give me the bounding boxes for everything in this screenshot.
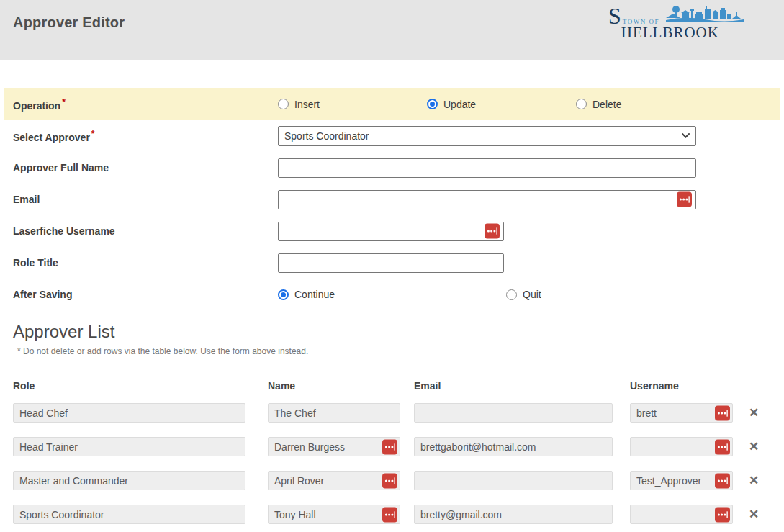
role-cell-input[interactable] (13, 403, 245, 423)
role-cell-input[interactable] (13, 437, 245, 456)
logo-initial: S (608, 4, 621, 27)
operation-radio-group: Insert Update Delete (278, 99, 725, 110)
page-header: Approver Editor S TOWN OF HELLBROOK (0, 0, 784, 60)
email-cell-input[interactable] (414, 505, 613, 524)
approver-list-note: * Do not delete or add rows via the tabl… (17, 346, 784, 356)
laserfiche-username-label: Laserfiche Username (13, 225, 278, 237)
role-cell-input[interactable] (13, 471, 245, 490)
select-approver-label: Select Approver* (13, 129, 278, 143)
page-title: Approver Editor (13, 14, 125, 31)
logo-wordmark: S TOWN OF HELLBROOK (608, 4, 719, 40)
role-title-label: Role Title (13, 257, 278, 269)
radio-continue-label: Continue (294, 289, 335, 300)
lastpass-autofill-icon[interactable] (715, 473, 730, 488)
email-input[interactable] (278, 190, 696, 209)
role-title-row: Role Title (0, 247, 784, 279)
email-cell-input[interactable] (414, 403, 613, 423)
email-cell-input[interactable] (414, 437, 613, 456)
table-row: ✕ (0, 437, 784, 456)
lastpass-autofill-icon[interactable] (382, 439, 397, 454)
delete-row-button[interactable]: ✕ (749, 508, 759, 520)
delete-row-button[interactable]: ✕ (749, 474, 759, 487)
shellbrook-logo: S TOWN OF HELLBROOK (608, 3, 745, 46)
lastpass-autofill-icon[interactable] (382, 473, 397, 488)
delete-row-button[interactable]: ✕ (749, 441, 759, 453)
select-approver-row: Select Approver* Sports Coordinator (0, 120, 784, 152)
radio-circle-icon[interactable] (427, 99, 438, 109)
table-header-row: Role Name Email Username (0, 380, 784, 392)
lastpass-autofill-icon[interactable] (715, 507, 730, 522)
lastpass-autofill-icon[interactable] (382, 507, 397, 522)
lastpass-autofill-icon[interactable] (485, 224, 500, 239)
delete-row-button[interactable]: ✕ (749, 407, 759, 419)
operation-label: Operation* (13, 97, 278, 112)
lastpass-autofill-icon[interactable] (677, 192, 692, 207)
radio-quit[interactable]: Quit (506, 289, 541, 300)
column-header-name: Name (268, 380, 400, 392)
role-title-input[interactable] (278, 253, 504, 273)
name-cell-input[interactable] (268, 505, 400, 524)
logo-name: HELLBROOK (621, 25, 719, 40)
radio-insert-label: Insert (294, 99, 320, 110)
email-row: Email (0, 184, 784, 215)
email-label: Email (13, 194, 278, 205)
lastpass-autofill-icon[interactable] (715, 439, 730, 454)
approver-list-header: Approver List * Do not delete or add row… (0, 322, 784, 364)
after-saving-row: After Saving Continue Quit (0, 279, 784, 310)
laserfiche-username-input[interactable] (278, 222, 504, 241)
full-name-row: Approver Full Name (0, 152, 784, 184)
approver-list-title: Approver List (13, 322, 784, 342)
role-cell-input[interactable] (13, 505, 245, 524)
name-cell-input[interactable] (268, 471, 400, 490)
full-name-label: Approver Full Name (13, 162, 278, 173)
select-approver-dropdown[interactable]: Sports Coordinator (278, 126, 696, 146)
radio-circle-icon[interactable] (576, 99, 587, 109)
radio-quit-label: Quit (523, 289, 541, 300)
lastpass-autofill-icon[interactable] (715, 405, 730, 420)
column-header-role: Role (13, 380, 245, 392)
radio-circle-icon[interactable] (506, 289, 517, 300)
required-asterisk: * (62, 97, 66, 107)
operation-row: Operation* Insert Update Delete (4, 88, 780, 120)
table-row: ✕ (0, 403, 784, 423)
radio-insert[interactable]: Insert (278, 99, 427, 110)
after-saving-radio-group: Continue Quit (278, 289, 541, 300)
name-cell-input[interactable] (268, 403, 400, 423)
column-header-email: Email (414, 380, 613, 392)
radio-circle-icon[interactable] (278, 289, 289, 300)
radio-delete[interactable]: Delete (576, 99, 725, 110)
radio-continue[interactable]: Continue (278, 289, 506, 300)
radio-circle-icon[interactable] (278, 99, 289, 109)
radio-update[interactable]: Update (427, 99, 576, 110)
required-asterisk: * (91, 129, 95, 139)
laserfiche-username-row: Laserfiche Username (0, 215, 784, 247)
radio-delete-label: Delete (592, 99, 621, 110)
full-name-input[interactable] (278, 158, 696, 178)
table-row: ✕ (0, 471, 784, 490)
after-saving-label: After Saving (13, 289, 278, 300)
table-row: ✕ (0, 505, 784, 524)
column-header-username: Username (630, 380, 733, 392)
name-cell-input[interactable] (268, 437, 400, 456)
email-cell-input[interactable] (414, 471, 613, 490)
radio-update-label: Update (443, 99, 476, 110)
